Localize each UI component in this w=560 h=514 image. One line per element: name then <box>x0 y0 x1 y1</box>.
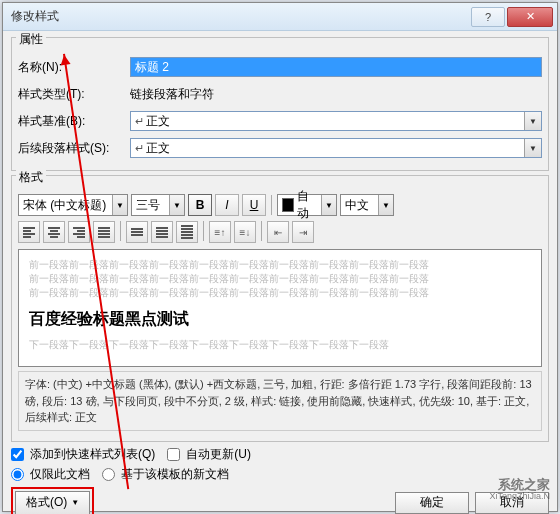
align-center-button[interactable] <box>43 221 65 243</box>
type-label: 样式类型(T): <box>18 86 130 103</box>
this-doc-radio[interactable] <box>11 468 24 481</box>
template-label: 基于该模板的新文档 <box>121 466 229 483</box>
help-button[interactable]: ? <box>471 7 505 27</box>
style-description: 字体: (中文) +中文标题 (黑体), (默认) +西文标题, 三号, 加粗,… <box>18 371 542 431</box>
toolbar-divider <box>120 221 121 241</box>
preview-filler-before: 前一段落前一段落前一段落前一段落前一段落前一段落前一段落前一段落前一段落前一段落 <box>29 258 531 272</box>
toolbar-divider <box>271 195 272 215</box>
preview-box: 前一段落前一段落前一段落前一段落前一段落前一段落前一段落前一段落前一段落前一段落… <box>18 249 542 367</box>
ok-button[interactable]: 确定 <box>395 492 469 514</box>
chevron-down-icon: ▼ <box>169 195 184 215</box>
name-input[interactable]: 标题 2 <box>130 57 542 77</box>
close-button[interactable]: ✕ <box>507 7 553 27</box>
line-spacing-1-button[interactable] <box>126 221 148 243</box>
group-title-format: 格式 <box>16 169 46 186</box>
align-left-button[interactable] <box>18 221 40 243</box>
indent-inc-button[interactable]: ⇥ <box>292 221 314 243</box>
align-justify-button[interactable] <box>93 221 115 243</box>
toolbar-divider <box>203 221 204 241</box>
preview-main-text: 百度经验标题黑点测试 <box>29 308 531 330</box>
auto-update-label: 自动更新(U) <box>186 446 251 463</box>
format-button-highlight: 格式(O) ▼ <box>11 487 94 515</box>
preview-filler-after: 下一段落下一段落下一段落下一段落下一段落下一段落下一段落下一段落下一段落 <box>29 338 531 352</box>
preview-filler-before: 前一段落前一段落前一段落前一段落前一段落前一段落前一段落前一段落前一段落前一段落 <box>29 286 531 300</box>
chevron-down-icon: ▼ <box>524 112 541 130</box>
color-swatch-icon <box>282 198 294 212</box>
underline-button[interactable]: U <box>242 194 266 216</box>
align-right-button[interactable] <box>68 221 90 243</box>
paragraph-mark-icon <box>135 114 146 128</box>
font-select[interactable]: 宋体 (中文标题) ▼ <box>18 194 128 216</box>
paragraph-mark-icon <box>135 141 146 155</box>
size-select[interactable]: 三号 ▼ <box>131 194 185 216</box>
next-dropdown[interactable]: 正文 ▼ <box>130 138 542 158</box>
italic-button[interactable]: I <box>215 194 239 216</box>
name-label: 名称(N): <box>18 59 130 76</box>
properties-group: 属性 名称(N): 标题 2 样式类型(T): 链接段落和字符 样式基准(B):… <box>11 37 549 171</box>
base-label: 样式基准(B): <box>18 113 130 130</box>
next-label: 后续段落样式(S): <box>18 140 130 157</box>
chevron-down-icon: ▼ <box>524 139 541 157</box>
chevron-down-icon: ▼ <box>71 498 79 507</box>
base-value: 正文 <box>146 113 170 130</box>
chevron-down-icon: ▼ <box>112 195 127 215</box>
add-quick-checkbox[interactable] <box>11 448 24 461</box>
color-select[interactable]: 自动 ▼ <box>277 194 337 216</box>
indent-dec-button[interactable]: ⇤ <box>267 221 289 243</box>
line-spacing-15-button[interactable] <box>151 221 173 243</box>
window-title: 修改样式 <box>11 8 469 25</box>
base-dropdown[interactable]: 正文 ▼ <box>130 111 542 131</box>
add-quick-label: 添加到快速样式列表(Q) <box>30 446 155 463</box>
titlebar: 修改样式 ? ✕ <box>3 3 557 31</box>
space-before-inc-button[interactable]: ≡↑ <box>209 221 231 243</box>
space-before-dec-button[interactable]: ≡↓ <box>234 221 256 243</box>
preview-filler-before: 前一段落前一段落前一段落前一段落前一段落前一段落前一段落前一段落前一段落前一段落 <box>29 272 531 286</box>
next-value: 正文 <box>146 140 170 157</box>
group-title-properties: 属性 <box>16 31 46 48</box>
this-doc-label: 仅限此文档 <box>30 466 90 483</box>
chevron-down-icon: ▼ <box>378 195 393 215</box>
type-value: 链接段落和字符 <box>130 86 214 103</box>
dialog-window: 修改样式 ? ✕ 属性 名称(N): 标题 2 样式类型(T): 链接段落和字符… <box>2 2 558 512</box>
lang-select[interactable]: 中文 ▼ <box>340 194 394 216</box>
format-button[interactable]: 格式(O) ▼ <box>15 491 90 515</box>
watermark: 系统之家 XiTongZhiJia.N <box>489 478 550 502</box>
template-radio[interactable] <box>102 468 115 481</box>
bold-button[interactable]: B <box>188 194 212 216</box>
auto-update-checkbox[interactable] <box>167 448 180 461</box>
chevron-down-icon: ▼ <box>321 195 336 215</box>
toolbar-divider <box>261 221 262 241</box>
format-group: 格式 宋体 (中文标题) ▼ 三号 ▼ B I U 自动 ▼ <box>11 175 549 442</box>
line-spacing-2-button[interactable] <box>176 221 198 243</box>
